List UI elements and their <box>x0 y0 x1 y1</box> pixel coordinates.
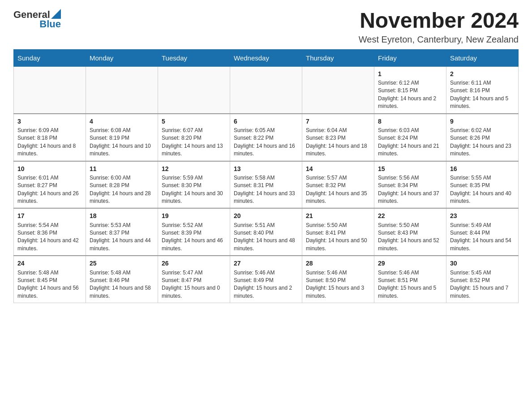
day-number: 15 <box>378 164 442 173</box>
day-info: Sunrise: 5:50 AMSunset: 8:43 PMDaylight:… <box>378 222 442 253</box>
day-info: Sunrise: 5:52 AMSunset: 8:39 PMDaylight:… <box>162 222 226 253</box>
svg-marker-0 <box>51 9 61 19</box>
weekday-header-saturday: Saturday <box>446 49 519 66</box>
day-number: 27 <box>234 259 298 268</box>
weekday-header-sunday: Sunday <box>14 49 86 66</box>
title-area: November 2024 West Eyreton, Canterbury, … <box>359 9 519 45</box>
weekday-header-tuesday: Tuesday <box>158 49 230 66</box>
logo-triangle-icon <box>51 9 61 19</box>
day-info: Sunrise: 5:49 AMSunset: 8:44 PMDaylight:… <box>450 222 515 253</box>
day-number: 14 <box>306 164 370 173</box>
logo: General Blue <box>13 9 61 30</box>
day-info: Sunrise: 5:45 AMSunset: 8:52 PMDaylight:… <box>450 269 515 300</box>
day-info: Sunrise: 5:59 AMSunset: 8:30 PMDaylight:… <box>162 174 226 206</box>
day-number: 22 <box>378 211 442 220</box>
day-number: 8 <box>378 117 442 126</box>
calendar-day-cell: 2Sunrise: 6:11 AMSunset: 8:16 PMDaylight… <box>446 66 519 113</box>
day-info: Sunrise: 5:48 AMSunset: 8:45 PMDaylight:… <box>17 269 82 300</box>
day-info: Sunrise: 5:56 AMSunset: 8:34 PMDaylight:… <box>378 174 442 206</box>
calendar-day-cell <box>14 66 86 113</box>
day-number: 6 <box>234 117 298 126</box>
calendar-day-cell: 18Sunrise: 5:53 AMSunset: 8:37 PMDayligh… <box>86 208 158 256</box>
day-info: Sunrise: 5:48 AMSunset: 8:46 PMDaylight:… <box>90 269 154 300</box>
weekday-header-monday: Monday <box>86 49 158 66</box>
day-number: 12 <box>162 164 226 173</box>
day-number: 1 <box>378 69 442 78</box>
calendar-day-cell: 21Sunrise: 5:50 AMSunset: 8:41 PMDayligh… <box>302 208 374 256</box>
day-info: Sunrise: 6:11 AMSunset: 8:16 PMDaylight:… <box>450 79 515 111</box>
calendar-day-cell: 6Sunrise: 6:05 AMSunset: 8:22 PMDaylight… <box>230 114 302 161</box>
day-number: 2 <box>450 69 515 78</box>
calendar-day-cell: 5Sunrise: 6:07 AMSunset: 8:20 PMDaylight… <box>158 114 230 161</box>
weekday-header-wednesday: Wednesday <box>230 49 302 66</box>
calendar-day-cell: 14Sunrise: 5:57 AMSunset: 8:32 PMDayligh… <box>302 161 374 209</box>
weekday-header-thursday: Thursday <box>302 49 374 66</box>
day-info: Sunrise: 6:08 AMSunset: 8:19 PMDaylight:… <box>90 127 154 158</box>
day-number: 9 <box>450 117 515 126</box>
calendar-day-cell: 9Sunrise: 6:02 AMSunset: 8:26 PMDaylight… <box>446 114 519 161</box>
day-number: 23 <box>450 211 515 220</box>
day-number: 11 <box>90 164 154 173</box>
calendar-day-cell: 7Sunrise: 6:04 AMSunset: 8:23 PMDaylight… <box>302 114 374 161</box>
day-number: 28 <box>306 259 370 268</box>
calendar-week-row: 3Sunrise: 6:09 AMSunset: 8:18 PMDaylight… <box>14 114 519 161</box>
day-info: Sunrise: 6:03 AMSunset: 8:24 PMDaylight:… <box>378 127 442 158</box>
calendar-day-cell: 13Sunrise: 5:58 AMSunset: 8:31 PMDayligh… <box>230 161 302 209</box>
day-info: Sunrise: 5:47 AMSunset: 8:47 PMDaylight:… <box>162 269 226 300</box>
calendar-day-cell: 29Sunrise: 5:46 AMSunset: 8:51 PMDayligh… <box>374 256 446 303</box>
calendar-table: SundayMondayTuesdayWednesdayThursdayFrid… <box>13 49 519 303</box>
calendar-day-cell: 8Sunrise: 6:03 AMSunset: 8:24 PMDaylight… <box>374 114 446 161</box>
calendar-day-cell: 11Sunrise: 6:00 AMSunset: 8:28 PMDayligh… <box>86 161 158 209</box>
day-number: 4 <box>90 117 154 126</box>
day-info: Sunrise: 5:58 AMSunset: 8:31 PMDaylight:… <box>234 174 298 206</box>
day-info: Sunrise: 5:46 AMSunset: 8:50 PMDaylight:… <box>306 269 370 300</box>
calendar-day-cell: 25Sunrise: 5:48 AMSunset: 8:46 PMDayligh… <box>86 256 158 303</box>
day-info: Sunrise: 5:53 AMSunset: 8:37 PMDaylight:… <box>90 222 154 253</box>
day-info: Sunrise: 6:12 AMSunset: 8:15 PMDaylight:… <box>378 79 442 111</box>
day-number: 20 <box>234 211 298 220</box>
day-info: Sunrise: 5:51 AMSunset: 8:40 PMDaylight:… <box>234 222 298 253</box>
calendar-day-cell: 30Sunrise: 5:45 AMSunset: 8:52 PMDayligh… <box>446 256 519 303</box>
day-number: 7 <box>306 117 370 126</box>
calendar-week-row: 1Sunrise: 6:12 AMSunset: 8:15 PMDaylight… <box>14 66 519 113</box>
calendar-day-cell: 12Sunrise: 5:59 AMSunset: 8:30 PMDayligh… <box>158 161 230 209</box>
day-info: Sunrise: 6:04 AMSunset: 8:23 PMDaylight:… <box>306 127 370 158</box>
day-info: Sunrise: 6:00 AMSunset: 8:28 PMDaylight:… <box>90 174 154 206</box>
day-number: 10 <box>17 164 82 173</box>
day-info: Sunrise: 5:50 AMSunset: 8:41 PMDaylight:… <box>306 222 370 253</box>
weekday-header-row: SundayMondayTuesdayWednesdayThursdayFrid… <box>14 49 519 66</box>
calendar-day-cell: 27Sunrise: 5:46 AMSunset: 8:49 PMDayligh… <box>230 256 302 303</box>
day-number: 17 <box>17 211 82 220</box>
calendar-day-cell: 3Sunrise: 6:09 AMSunset: 8:18 PMDaylight… <box>14 114 86 161</box>
calendar-day-cell: 23Sunrise: 5:49 AMSunset: 8:44 PMDayligh… <box>446 208 519 256</box>
location-title: West Eyreton, Canterbury, New Zealand <box>359 34 519 45</box>
calendar-day-cell <box>230 66 302 113</box>
day-number: 3 <box>17 117 82 126</box>
day-number: 24 <box>17 259 82 268</box>
calendar-day-cell <box>86 66 158 113</box>
month-title: November 2024 <box>359 9 519 33</box>
calendar-day-cell: 26Sunrise: 5:47 AMSunset: 8:47 PMDayligh… <box>158 256 230 303</box>
day-number: 30 <box>450 259 515 268</box>
day-info: Sunrise: 6:05 AMSunset: 8:22 PMDaylight:… <box>234 127 298 158</box>
calendar-day-cell: 24Sunrise: 5:48 AMSunset: 8:45 PMDayligh… <box>14 256 86 303</box>
day-number: 16 <box>450 164 515 173</box>
day-info: Sunrise: 6:09 AMSunset: 8:18 PMDaylight:… <box>17 127 82 158</box>
day-info: Sunrise: 6:07 AMSunset: 8:20 PMDaylight:… <box>162 127 226 158</box>
day-number: 29 <box>378 259 442 268</box>
day-number: 25 <box>90 259 154 268</box>
calendar-day-cell: 17Sunrise: 5:54 AMSunset: 8:36 PMDayligh… <box>14 208 86 256</box>
weekday-header-friday: Friday <box>374 49 446 66</box>
calendar-day-cell: 28Sunrise: 5:46 AMSunset: 8:50 PMDayligh… <box>302 256 374 303</box>
calendar-day-cell <box>302 66 374 113</box>
day-number: 5 <box>162 117 226 126</box>
day-info: Sunrise: 6:02 AMSunset: 8:26 PMDaylight:… <box>450 127 515 158</box>
day-info: Sunrise: 5:46 AMSunset: 8:49 PMDaylight:… <box>234 269 298 300</box>
day-number: 26 <box>162 259 226 268</box>
calendar-day-cell: 20Sunrise: 5:51 AMSunset: 8:40 PMDayligh… <box>230 208 302 256</box>
day-number: 18 <box>90 211 154 220</box>
day-info: Sunrise: 5:54 AMSunset: 8:36 PMDaylight:… <box>17 222 82 253</box>
page-header: General Blue November 2024 West Eyreton,… <box>13 9 519 45</box>
day-info: Sunrise: 5:46 AMSunset: 8:51 PMDaylight:… <box>378 269 442 300</box>
day-number: 21 <box>306 211 370 220</box>
